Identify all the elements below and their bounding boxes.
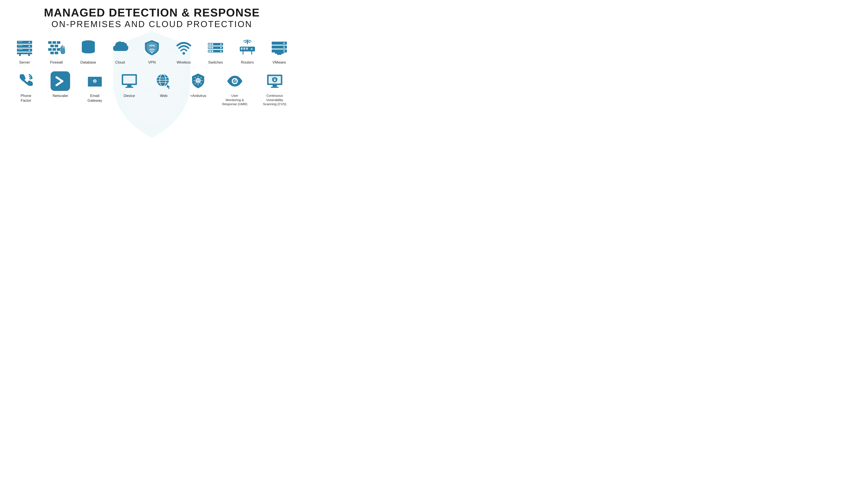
svg-point-40: [220, 43, 222, 45]
switches-icon: [207, 39, 224, 56]
svg-rect-45: [241, 47, 243, 50]
svg-rect-31: [209, 43, 210, 45]
switches-label: Switches: [208, 60, 223, 65]
svg-point-26: [151, 52, 153, 53]
cloud-item: Cloud: [106, 38, 134, 65]
svg-rect-47: [246, 47, 248, 50]
vpn-label: VPN: [148, 60, 156, 65]
netscaler-item: Netscaler: [46, 71, 74, 98]
cvs-icon: [266, 72, 283, 90]
vpn-icon-box: VPN: [142, 38, 162, 58]
vmware-icon-box: [270, 38, 289, 58]
svg-point-48: [251, 48, 253, 50]
svg-rect-46: [244, 47, 245, 50]
netscaler-label: Netscaler: [53, 94, 68, 98]
phone-factor-label: Phone Factor: [21, 94, 31, 103]
icon-grid: Server: [9, 38, 295, 106]
email-gateway-icon-box: @: [85, 71, 104, 91]
svg-rect-11: [28, 54, 30, 56]
antivirus-label: +Antivirus: [190, 94, 206, 98]
svg-point-83: [234, 80, 236, 82]
page-header: MANAGED DETECTION & RESPONSE ON-PREMISES…: [44, 6, 260, 29]
web-icon: [155, 72, 172, 90]
device-label: Device: [124, 94, 135, 98]
device-icon-box: [120, 71, 139, 91]
device-item: Device: [115, 71, 144, 98]
svg-rect-3: [17, 53, 32, 54]
routers-icon: [239, 39, 256, 56]
web-item: Web: [150, 71, 178, 98]
svg-point-78: [197, 79, 198, 81]
svg-point-4: [29, 42, 30, 43]
firewall-label: Firewall: [50, 60, 63, 65]
user-monitoring-item: User Monitoring & Response (UMR): [219, 71, 251, 106]
vpn-icon: VPN: [143, 39, 161, 56]
svg-rect-89: [273, 85, 277, 87]
cloud-icon: [111, 39, 129, 56]
svg-rect-7: [18, 41, 22, 42]
cloud-label: Cloud: [115, 60, 125, 65]
user-monitoring-icon: [226, 72, 244, 90]
svg-point-6: [29, 50, 30, 51]
svg-rect-14: [57, 41, 60, 44]
cvs-icon-box: [265, 71, 284, 91]
wireless-item: Wireless: [170, 38, 198, 65]
server-item: Server: [10, 38, 39, 65]
svg-rect-32: [210, 43, 211, 45]
wireless-icon-box: [174, 38, 193, 58]
firewall-icon-box: [46, 38, 66, 58]
svg-rect-35: [210, 47, 211, 48]
email-gateway-icon: @: [86, 72, 103, 90]
antivirus-icon: [189, 72, 207, 90]
svg-rect-34: [209, 47, 210, 48]
svg-rect-16: [55, 45, 58, 47]
svg-rect-37: [209, 50, 210, 52]
firewall-icon: [48, 39, 65, 56]
sub-title: ON-PREMISES AND CLOUD PROTECTION: [44, 19, 260, 29]
svg-point-58: [283, 50, 285, 52]
database-label: Database: [80, 60, 96, 65]
svg-rect-36: [212, 47, 213, 48]
switches-icon-box: [206, 38, 225, 58]
database-icon-box: [79, 38, 98, 58]
svg-point-79: [198, 79, 199, 81]
svg-rect-13: [53, 41, 56, 44]
web-label: Web: [160, 94, 167, 98]
svg-rect-88: [274, 79, 276, 81]
svg-rect-65: [125, 87, 133, 88]
wireless-label: Wireless: [177, 60, 191, 65]
phone-factor-item: Phone Factor: [12, 71, 40, 103]
svg-rect-19: [57, 48, 60, 51]
svg-rect-33: [212, 43, 213, 45]
netscaler-icon-box: [51, 71, 70, 91]
svg-point-56: [283, 42, 285, 44]
svg-point-5: [29, 45, 30, 47]
email-gateway-label: Email Gateway: [88, 94, 102, 103]
svg-rect-54: [275, 53, 284, 54]
svg-text:VPN: VPN: [149, 44, 155, 47]
netscaler-icon: [55, 75, 66, 87]
phone-factor-icon-box: [16, 71, 36, 91]
firewall-item: Firewall: [42, 38, 70, 65]
antivirus-item: +Antivirus: [184, 71, 212, 98]
svg-text:@: @: [94, 80, 96, 83]
svg-point-84: [236, 79, 237, 80]
icon-row-1: Server: [9, 38, 295, 65]
svg-rect-20: [50, 52, 54, 54]
icon-row-2: Phone Factor Netscaler: [9, 71, 295, 106]
server-label: Server: [19, 60, 30, 65]
antivirus-icon-box: [188, 71, 208, 91]
svg-rect-15: [50, 45, 54, 47]
device-icon: [121, 72, 138, 90]
user-monitoring-label: User Monitoring & Response (UMR): [222, 94, 247, 106]
svg-rect-8: [18, 45, 22, 46]
svg-rect-21: [55, 52, 58, 54]
cvs-item: Continuous Vunerability Scanning (CVS): [257, 71, 292, 106]
svg-rect-12: [48, 41, 52, 44]
main-title: MANAGED DETECTION & RESPONSE: [44, 6, 260, 19]
routers-icon-box: [238, 38, 257, 58]
vpn-item: VPN VPN: [138, 38, 166, 65]
svg-rect-90: [271, 87, 279, 88]
web-icon-box: [154, 71, 174, 91]
svg-rect-64: [127, 85, 131, 87]
